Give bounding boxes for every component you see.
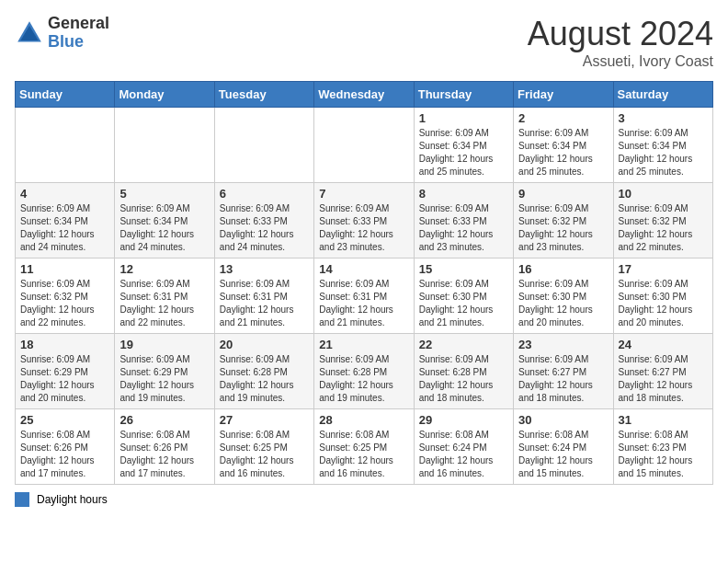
day-number: 28: [319, 413, 408, 427]
calendar-day-header: Saturday: [613, 82, 712, 108]
calendar-cell: 6Sunrise: 6:09 AM Sunset: 6:33 PM Daylig…: [214, 183, 313, 259]
day-number: 2: [518, 111, 608, 125]
calendar-cell: 5Sunrise: 6:09 AM Sunset: 6:34 PM Daylig…: [115, 183, 214, 259]
calendar-cell: [314, 108, 414, 183]
day-number: 30: [518, 413, 608, 427]
day-number: 7: [319, 187, 408, 201]
day-number: 17: [619, 262, 708, 276]
calendar-cell: 2Sunrise: 6:09 AM Sunset: 6:34 PM Daylig…: [514, 108, 613, 183]
logo-text: General Blue: [48, 15, 109, 52]
calendar-cell: 22Sunrise: 6:09 AM Sunset: 6:28 PM Dayli…: [414, 334, 513, 409]
day-number: 27: [220, 413, 309, 427]
day-number: 6: [220, 187, 309, 201]
calendar-header-row: SundayMondayTuesdayWednesdayThursdayFrid…: [16, 82, 713, 108]
calendar-day-header: Monday: [115, 82, 214, 108]
day-number: 9: [518, 187, 608, 201]
calendar-cell: 9Sunrise: 6:09 AM Sunset: 6:32 PM Daylig…: [514, 183, 613, 259]
calendar-cell: [115, 108, 214, 183]
day-number: 1: [419, 111, 508, 125]
calendar-week-row: 1Sunrise: 6:09 AM Sunset: 6:34 PM Daylig…: [16, 108, 713, 183]
calendar-cell: 23Sunrise: 6:09 AM Sunset: 6:27 PM Dayli…: [514, 334, 613, 409]
day-number: 14: [319, 262, 408, 276]
day-info: Sunrise: 6:09 AM Sunset: 6:31 PM Dayligh…: [220, 278, 309, 329]
day-info: Sunrise: 6:09 AM Sunset: 6:32 PM Dayligh…: [619, 202, 708, 254]
calendar-table: SundayMondayTuesdayWednesdayThursdayFrid…: [15, 81, 713, 485]
calendar-day-header: Thursday: [414, 82, 513, 108]
day-info: Sunrise: 6:09 AM Sunset: 6:31 PM Dayligh…: [119, 278, 209, 329]
day-info: Sunrise: 6:08 AM Sunset: 6:25 PM Dayligh…: [220, 429, 309, 480]
day-info: Sunrise: 6:09 AM Sunset: 6:27 PM Dayligh…: [619, 353, 708, 405]
calendar-cell: 10Sunrise: 6:09 AM Sunset: 6:32 PM Dayli…: [613, 183, 712, 259]
legend-label: Daylight hours: [37, 493, 108, 506]
day-info: Sunrise: 6:09 AM Sunset: 6:28 PM Dayligh…: [419, 353, 508, 405]
day-number: 20: [220, 338, 309, 351]
calendar-cell: 3Sunrise: 6:09 AM Sunset: 6:34 PM Daylig…: [613, 108, 712, 183]
calendar-cell: 1Sunrise: 6:09 AM Sunset: 6:34 PM Daylig…: [414, 108, 513, 183]
legend: Daylight hours: [15, 492, 713, 507]
day-info: Sunrise: 6:09 AM Sunset: 6:30 PM Dayligh…: [419, 278, 508, 329]
day-number: 21: [319, 338, 408, 351]
day-number: 23: [518, 338, 608, 351]
day-info: Sunrise: 6:09 AM Sunset: 6:34 PM Dayligh…: [20, 202, 109, 254]
day-number: 26: [119, 413, 209, 427]
day-number: 10: [619, 187, 708, 201]
calendar-week-row: 4Sunrise: 6:09 AM Sunset: 6:34 PM Daylig…: [16, 183, 713, 259]
calendar-cell: 15Sunrise: 6:09 AM Sunset: 6:30 PM Dayli…: [414, 259, 513, 334]
calendar-cell: 29Sunrise: 6:08 AM Sunset: 6:24 PM Dayli…: [414, 409, 513, 485]
day-info: Sunrise: 6:09 AM Sunset: 6:28 PM Dayligh…: [319, 353, 408, 405]
day-number: 3: [619, 111, 708, 125]
day-info: Sunrise: 6:09 AM Sunset: 6:34 PM Dayligh…: [119, 202, 209, 254]
calendar-cell: 16Sunrise: 6:09 AM Sunset: 6:30 PM Dayli…: [514, 259, 613, 334]
calendar-day-header: Wednesday: [314, 82, 414, 108]
day-number: 4: [20, 187, 109, 201]
calendar-cell: 25Sunrise: 6:08 AM Sunset: 6:26 PM Dayli…: [16, 409, 115, 485]
calendar-cell: 4Sunrise: 6:09 AM Sunset: 6:34 PM Daylig…: [16, 183, 115, 259]
page-header: General Blue August 2024 Assueti, Ivory …: [15, 15, 713, 70]
calendar-week-row: 11Sunrise: 6:09 AM Sunset: 6:32 PM Dayli…: [16, 259, 713, 334]
calendar-cell: 20Sunrise: 6:09 AM Sunset: 6:28 PM Dayli…: [214, 334, 313, 409]
calendar-cell: 21Sunrise: 6:09 AM Sunset: 6:28 PM Dayli…: [314, 334, 414, 409]
calendar-cell: 19Sunrise: 6:09 AM Sunset: 6:29 PM Dayli…: [115, 334, 214, 409]
calendar-cell: 30Sunrise: 6:08 AM Sunset: 6:24 PM Dayli…: [514, 409, 613, 485]
day-info: Sunrise: 6:09 AM Sunset: 6:29 PM Dayligh…: [20, 353, 109, 405]
calendar-week-row: 25Sunrise: 6:08 AM Sunset: 6:26 PM Dayli…: [16, 409, 713, 485]
day-number: 16: [518, 262, 608, 276]
day-info: Sunrise: 6:08 AM Sunset: 6:24 PM Dayligh…: [518, 429, 608, 480]
day-info: Sunrise: 6:08 AM Sunset: 6:25 PM Dayligh…: [319, 429, 408, 480]
day-info: Sunrise: 6:09 AM Sunset: 6:32 PM Dayligh…: [518, 202, 608, 254]
logo: General Blue: [15, 15, 109, 52]
day-number: 25: [20, 413, 109, 427]
day-info: Sunrise: 6:09 AM Sunset: 6:29 PM Dayligh…: [119, 353, 209, 405]
day-info: Sunrise: 6:09 AM Sunset: 6:28 PM Dayligh…: [220, 353, 309, 405]
day-number: 12: [119, 262, 209, 276]
calendar-day-header: Sunday: [16, 82, 115, 108]
calendar-day-header: Friday: [514, 82, 613, 108]
calendar-cell: 17Sunrise: 6:09 AM Sunset: 6:30 PM Dayli…: [613, 259, 712, 334]
day-number: 22: [419, 338, 508, 351]
calendar-cell: 8Sunrise: 6:09 AM Sunset: 6:33 PM Daylig…: [414, 183, 513, 259]
month-title: August 2024: [528, 15, 713, 53]
calendar-cell: [214, 108, 313, 183]
calendar-cell: 18Sunrise: 6:09 AM Sunset: 6:29 PM Dayli…: [16, 334, 115, 409]
day-info: Sunrise: 6:09 AM Sunset: 6:34 PM Dayligh…: [619, 127, 708, 178]
calendar-cell: 11Sunrise: 6:09 AM Sunset: 6:32 PM Dayli…: [16, 259, 115, 334]
day-number: 13: [220, 262, 309, 276]
location: Assueti, Ivory Coast: [528, 53, 713, 70]
calendar-day-header: Tuesday: [214, 82, 313, 108]
calendar-cell: 13Sunrise: 6:09 AM Sunset: 6:31 PM Dayli…: [214, 259, 313, 334]
day-number: 29: [419, 413, 508, 427]
day-number: 18: [20, 338, 109, 351]
calendar-cell: 28Sunrise: 6:08 AM Sunset: 6:25 PM Dayli…: [314, 409, 414, 485]
calendar-cell: 26Sunrise: 6:08 AM Sunset: 6:26 PM Dayli…: [115, 409, 214, 485]
day-info: Sunrise: 6:08 AM Sunset: 6:23 PM Dayligh…: [619, 429, 708, 480]
day-info: Sunrise: 6:09 AM Sunset: 6:33 PM Dayligh…: [419, 202, 508, 254]
day-info: Sunrise: 6:08 AM Sunset: 6:24 PM Dayligh…: [419, 429, 508, 480]
calendar-cell: 24Sunrise: 6:09 AM Sunset: 6:27 PM Dayli…: [613, 334, 712, 409]
day-info: Sunrise: 6:09 AM Sunset: 6:30 PM Dayligh…: [619, 278, 708, 329]
day-number: 8: [419, 187, 508, 201]
calendar-cell: 31Sunrise: 6:08 AM Sunset: 6:23 PM Dayli…: [613, 409, 712, 485]
day-number: 24: [619, 338, 708, 351]
calendar-week-row: 18Sunrise: 6:09 AM Sunset: 6:29 PM Dayli…: [16, 334, 713, 409]
calendar-cell: 12Sunrise: 6:09 AM Sunset: 6:31 PM Dayli…: [115, 259, 214, 334]
day-info: Sunrise: 6:09 AM Sunset: 6:33 PM Dayligh…: [220, 202, 309, 254]
